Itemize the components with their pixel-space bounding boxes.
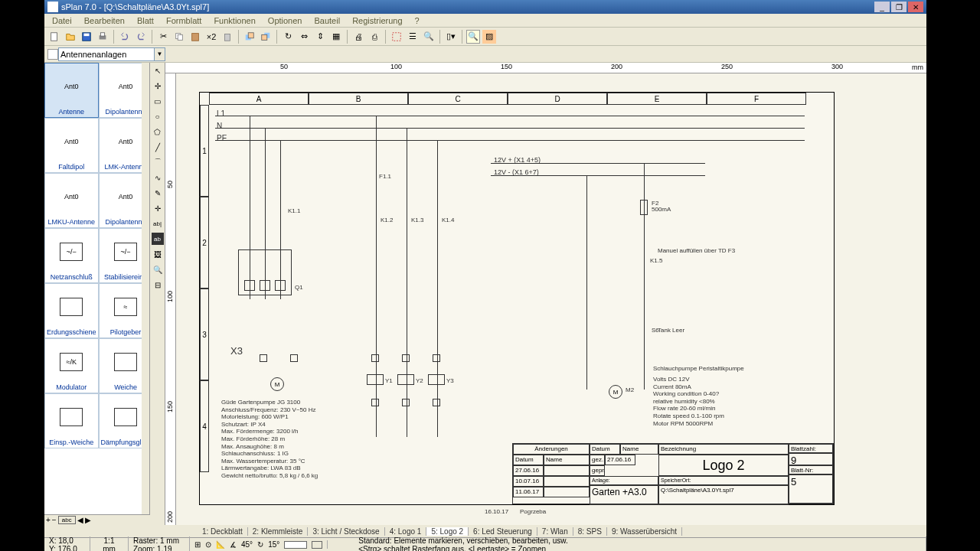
pal-add[interactable]: + xyxy=(46,516,51,524)
new-button[interactable] xyxy=(47,30,61,44)
zoom-fit-button[interactable]: 🔍 xyxy=(466,30,480,44)
component-palette: Ant0AntenneAnt0DipolantenneAnt0Faltdipol… xyxy=(44,63,150,514)
zoom-tool[interactable]: 🔍 xyxy=(152,263,164,276)
fill-swatch[interactable] xyxy=(312,541,322,549)
pal-left[interactable]: ◀ xyxy=(77,516,83,524)
mirror-v-button[interactable]: ⇕ xyxy=(313,30,327,44)
arc-tool[interactable]: ⌒ xyxy=(152,156,164,168)
print-button[interactable] xyxy=(96,30,109,44)
textbox-tool[interactable]: ab xyxy=(152,233,164,245)
palette-item-4[interactable]: Ant0LMKU-Antenne xyxy=(44,173,99,228)
palette-item-6[interactable]: ~/−Netzanschluß xyxy=(44,228,99,283)
menu-optionen[interactable]: Optionen xyxy=(262,15,309,27)
svg-rect-13 xyxy=(393,32,401,41)
palette-item-2[interactable]: Ant0Faltdipol xyxy=(44,118,99,173)
image-tool[interactable]: 🖼 xyxy=(152,248,164,260)
tab-1[interactable]: 1: Deckblatt xyxy=(198,527,248,536)
cut-button[interactable]: ✂ xyxy=(156,30,170,44)
svg-rect-4 xyxy=(100,32,104,35)
tab-2[interactable]: 2: Klemmleiste xyxy=(248,527,309,536)
menu-funktionen[interactable]: Funktionen xyxy=(207,15,261,27)
circle-tool[interactable]: ○ xyxy=(152,110,164,122)
library-value: Antennenanlagen xyxy=(60,50,126,59)
tab-5[interactable]: 5: Logo 2 xyxy=(426,527,469,536)
select-tool[interactable]: ↖ xyxy=(152,64,164,77)
snap-icon[interactable]: ⊙ xyxy=(205,540,211,549)
palette-item-12[interactable]: Einsp.-Weiche xyxy=(44,393,99,448)
grid-icon[interactable]: ⊞ xyxy=(194,540,201,549)
menu-datei[interactable]: Datei xyxy=(46,15,78,27)
export-button[interactable]: ⎙ xyxy=(368,30,381,44)
snap-button[interactable] xyxy=(390,30,403,44)
pal-right[interactable]: ▶ xyxy=(85,516,91,524)
svg-rect-8 xyxy=(225,34,230,41)
tab-6[interactable]: 6: Led Steuerung xyxy=(469,527,537,536)
tab-3[interactable]: 3: Licht / Steckdose xyxy=(308,527,384,536)
menu-bearbeiten[interactable]: Bearbeiten xyxy=(78,15,131,27)
main-toolbar: ✂ ×2 ↻ ⇔ ⇕ ▦ 🖨 ⎙ ☰ 🔍 ▯▾ 🔍 ▨ xyxy=(44,28,926,46)
node-tool[interactable]: ✛ xyxy=(152,202,164,214)
undo-button[interactable] xyxy=(118,30,132,44)
open-button[interactable] xyxy=(64,30,77,44)
pal-remove[interactable]: − xyxy=(52,516,57,524)
line-tool[interactable]: ╱ xyxy=(152,141,164,153)
ruler-vertical: 50 100 150 200 xyxy=(165,73,176,525)
svg-rect-0 xyxy=(51,32,57,41)
highlight-button[interactable]: ▨ xyxy=(482,30,496,44)
tab-8[interactable]: 8: SPS xyxy=(573,527,607,536)
library-combo[interactable]: Antennenanlagen ▼ xyxy=(58,47,165,61)
measure-tool[interactable]: ⊟ xyxy=(152,279,164,291)
svg-rect-12 xyxy=(262,34,267,40)
back-button[interactable] xyxy=(259,30,273,44)
close-button[interactable]: ✕ xyxy=(908,2,923,12)
origin-tool[interactable]: ✢ xyxy=(152,80,164,92)
rect-tool[interactable]: ▭ xyxy=(152,95,164,107)
palette-scrollbar[interactable] xyxy=(142,63,149,514)
tab-4[interactable]: 4: Logo 1 xyxy=(385,527,427,536)
drawing-canvas[interactable]: A B C D E F 1 2 3 4 xyxy=(176,73,926,525)
group-button[interactable]: ▦ xyxy=(329,30,343,44)
print2-button[interactable]: 🖨 xyxy=(351,30,365,44)
rotate-button[interactable]: ↻ xyxy=(281,30,295,44)
poly-tool[interactable]: ⬠ xyxy=(152,126,164,138)
draw-toolbar: ↖ ✢ ▭ ○ ⬠ ╱ ⌒ ∿ ✎ ✛ ab| ab 🖼 🔍 ⊟ xyxy=(150,63,165,525)
svg-rect-10 xyxy=(248,32,253,37)
delete-button[interactable] xyxy=(220,30,234,44)
angle-icon[interactable]: 📐 xyxy=(216,540,225,549)
menu-registrierung[interactable]: Registrierung xyxy=(346,15,408,27)
freehand-tool[interactable]: ✎ xyxy=(152,187,164,199)
text-tool[interactable]: ab| xyxy=(152,217,164,230)
menu-formblatt[interactable]: Formblatt xyxy=(160,15,207,27)
schematic-sheet: A B C D E F 1 2 3 4 xyxy=(199,92,835,505)
menu-help[interactable]: ? xyxy=(409,15,426,27)
page-button[interactable]: ▯▾ xyxy=(444,30,458,44)
palette-toolbar: + − abc ◀ ▶ xyxy=(44,514,150,525)
menu-blatt[interactable]: Blatt xyxy=(131,15,160,27)
duplicate-button[interactable]: ×2 xyxy=(204,30,218,44)
list-button[interactable]: ☰ xyxy=(406,30,420,44)
copy-button[interactable] xyxy=(172,30,186,44)
bezier-tool[interactable]: ∿ xyxy=(152,171,164,184)
chevron-down-icon: ▼ xyxy=(154,48,165,60)
tab-7[interactable]: 7: Wlan xyxy=(537,527,573,536)
svg-rect-6 xyxy=(178,34,182,40)
paste-button[interactable] xyxy=(188,30,202,44)
minimize-button[interactable]: _ xyxy=(874,2,890,12)
lib-prev-button[interactable] xyxy=(47,49,58,60)
color-swatch[interactable] xyxy=(284,541,307,549)
palette-item-10[interactable]: ≈/KModulator xyxy=(44,338,99,393)
tab-9[interactable]: 9: Wasserübersicht xyxy=(607,527,682,536)
palette-item-8[interactable]: Erdungsschiene xyxy=(44,283,99,338)
search-button[interactable]: 🔍 xyxy=(422,30,436,44)
maximize-button[interactable]: ❐ xyxy=(891,2,906,12)
title-block: Änderungen Datum Name 27.06.16 10.07.16 … xyxy=(512,443,834,504)
pal-label[interactable]: abc xyxy=(58,516,76,524)
mirror-h-button[interactable]: ⇔ xyxy=(297,30,311,44)
save-button[interactable] xyxy=(80,30,93,44)
menu-bauteil[interactable]: Bauteil xyxy=(308,15,346,27)
redo-button[interactable] xyxy=(134,30,148,44)
front-button[interactable] xyxy=(243,30,256,44)
palette-item-0[interactable]: Ant0Antenne xyxy=(44,63,99,118)
app-icon xyxy=(47,2,58,12)
menubar: Datei Bearbeiten Blatt Formblatt Funktio… xyxy=(44,14,926,28)
